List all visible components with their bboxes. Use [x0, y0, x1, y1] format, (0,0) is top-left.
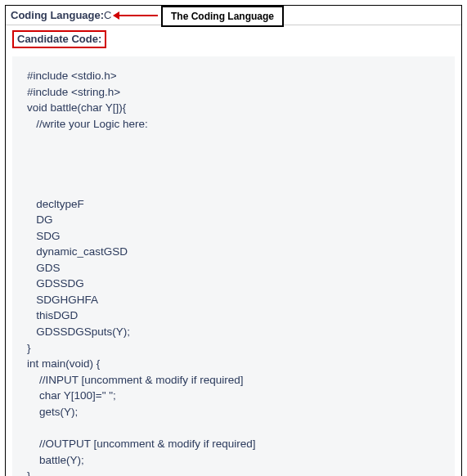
arrow-icon	[114, 15, 158, 16]
candidate-code-block: #include <stdio.h> #include <string.h> v…	[12, 56, 455, 476]
coding-language-label: Coding Language:	[11, 9, 104, 21]
callout-coding-language: The Coding Language	[161, 6, 284, 27]
candidate-code-label: Candidate Code:	[12, 30, 106, 48]
candidate-code-row: Candidate Code:	[6, 25, 461, 52]
code-report-panel: Coding Language:C The Coding Language Ca…	[5, 5, 462, 476]
language-row: Coding Language:C The Coding Language	[6, 6, 461, 25]
